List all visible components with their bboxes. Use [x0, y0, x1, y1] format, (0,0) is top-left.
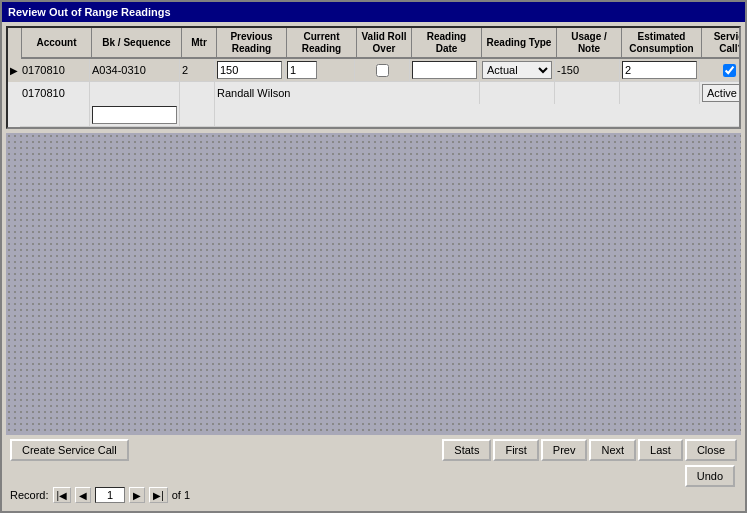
- active-select-2[interactable]: Active Inactive: [702, 84, 741, 102]
- button-row: Create Service Call Stats First Prev Nex…: [10, 439, 737, 461]
- table-row: 0170810 Randall Wilson Active Inactive: [8, 82, 739, 127]
- cell-reading-type-2[interactable]: Active Inactive: [700, 82, 741, 104]
- cell-current-reading-1[interactable]: [285, 59, 355, 81]
- cell-bk-sequence-2: [90, 82, 180, 104]
- table-row: ▶ 0170810 A034-0310 2: [8, 59, 739, 82]
- current-reading-input-1[interactable]: [287, 61, 317, 79]
- valid-roll-over-checkbox-1[interactable]: [376, 64, 389, 77]
- record-first-btn[interactable]: |◀: [53, 487, 72, 503]
- record-prev-btn[interactable]: ◀: [75, 487, 91, 503]
- indicator-spacer: [8, 28, 22, 59]
- cell-estimated-consumption-1[interactable]: [620, 59, 700, 81]
- cell-account-1: 0170810: [20, 59, 90, 81]
- record-last-btn[interactable]: ▶|: [149, 487, 168, 503]
- main-window: Review Out of Range Readings Account Bk …: [0, 0, 747, 513]
- stats-button[interactable]: Stats: [442, 439, 491, 461]
- cell-valid-roll-over-1[interactable]: [355, 59, 410, 81]
- record-label: Record:: [10, 489, 49, 501]
- cell-mtr-2: [180, 82, 215, 104]
- record-bar: Record: |◀ ◀ ▶ ▶| of 1: [10, 487, 737, 503]
- service-call-checkbox-1[interactable]: [723, 64, 736, 77]
- estimated-consumption-input-1[interactable]: [622, 61, 697, 79]
- col-reading-type: Reading Type: [482, 28, 557, 58]
- record-next-btn[interactable]: ▶: [129, 487, 145, 503]
- content-area: Account Bk / Sequence Mtr Previous Readi…: [2, 22, 745, 511]
- randall-wilson-label: Randall Wilson: [217, 87, 290, 99]
- left-buttons: Create Service Call: [10, 439, 129, 461]
- grid-row-1: 0170810 A034-0310 2: [20, 59, 741, 82]
- row-indicator-1: ▶: [8, 59, 20, 82]
- dot-background: [6, 133, 741, 435]
- grid-row-2: 0170810 Randall Wilson Active Inactive: [20, 82, 741, 127]
- col-estimated-consumption: Estimated Consumption: [622, 28, 702, 58]
- row-indicator-2: [8, 82, 20, 127]
- bottom-panel: Create Service Call Stats First Prev Nex…: [6, 435, 741, 507]
- cell-account-2: 0170810: [20, 82, 90, 104]
- cell-reading-type-1[interactable]: Actual Estimated: [480, 59, 555, 81]
- cell-service-call-2: [180, 104, 215, 126]
- grid-header: Account Bk / Sequence Mtr Previous Readi…: [22, 28, 741, 59]
- cell-previous-reading-2: Randall Wilson: [215, 82, 480, 104]
- col-reading-date: Reading Date: [412, 28, 482, 58]
- cell-bk-sequence-1: A034-0310: [90, 59, 180, 81]
- cell-valid-roll-over-2: [555, 82, 620, 104]
- col-usage-note: Usage / Note: [557, 28, 622, 58]
- record-of-label: of 1: [172, 489, 190, 501]
- first-button[interactable]: First: [493, 439, 538, 461]
- undo-button[interactable]: Undo: [685, 465, 735, 487]
- cell-estimated-consumption-2[interactable]: [90, 104, 180, 126]
- bk-sequence-value-1: A034-0310: [92, 64, 146, 76]
- next-button[interactable]: Next: [589, 439, 636, 461]
- cell-reading-date-2: [620, 82, 700, 104]
- account-value-1: 0170810: [22, 64, 65, 76]
- cell-reading-date-1[interactable]: [410, 59, 480, 81]
- cell-mtr-1: 2: [180, 59, 215, 81]
- previous-reading-input-1[interactable]: [217, 61, 282, 79]
- col-current-reading: Current Reading: [287, 28, 357, 58]
- create-service-call-button[interactable]: Create Service Call: [10, 439, 129, 461]
- cell-current-reading-2: [480, 82, 555, 104]
- mtr-value-1: 2: [182, 64, 188, 76]
- usage-note-value-1: -150: [557, 64, 579, 76]
- col-account: Account: [22, 28, 92, 58]
- close-button[interactable]: Close: [685, 439, 737, 461]
- col-mtr: Mtr: [182, 28, 217, 58]
- title-bar: Review Out of Range Readings: [2, 2, 745, 22]
- cell-previous-reading-1[interactable]: [215, 59, 285, 81]
- undo-row: Undo: [10, 465, 737, 487]
- reading-type-select-1[interactable]: Actual Estimated: [482, 61, 552, 79]
- cell-usage-note-2: [20, 104, 90, 126]
- window-title: Review Out of Range Readings: [8, 6, 171, 18]
- account-value-2: 0170810: [22, 87, 65, 99]
- last-button[interactable]: Last: [638, 439, 683, 461]
- estimated-consumption-input-2[interactable]: [92, 106, 177, 124]
- cell-service-call-1[interactable]: [700, 59, 741, 81]
- col-bk-sequence: Bk / Sequence: [92, 28, 182, 58]
- prev-button[interactable]: Prev: [541, 439, 588, 461]
- record-number-input[interactable]: [95, 487, 125, 503]
- reading-date-input-1[interactable]: [412, 61, 477, 79]
- right-buttons: Stats First Prev Next Last Close: [442, 439, 737, 461]
- cell-usage-note-1: -150: [555, 59, 620, 81]
- col-previous-reading: Previous Reading: [217, 28, 287, 58]
- col-service-call: Service Call?: [702, 28, 741, 58]
- data-grid: Account Bk / Sequence Mtr Previous Readi…: [6, 26, 741, 129]
- grid-header-row: Account Bk / Sequence Mtr Previous Readi…: [8, 28, 739, 59]
- col-valid-roll-over: Valid Roll Over: [357, 28, 412, 58]
